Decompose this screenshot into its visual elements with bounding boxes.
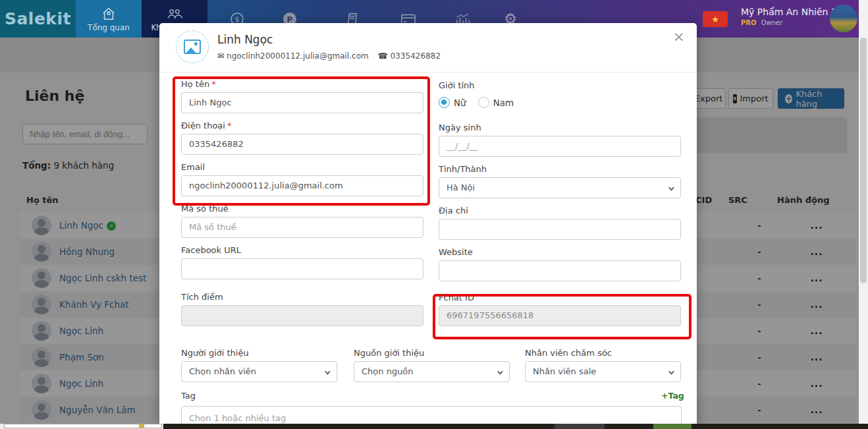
modal-contact-line: ✉ngoclinh20000112.julia@gmail.com ☎03354…: [217, 51, 441, 61]
facebook-url-field[interactable]: [181, 258, 423, 279]
account-name: Mỹ Phẩm An Nhiên 1: [741, 7, 837, 17]
account-menu[interactable]: Mỹ Phẩm An Nhiên 1 ▾ PRO Owner: [741, 7, 843, 26]
radio-selected-icon: [439, 97, 450, 108]
role-label: Owner: [761, 19, 783, 26]
add-tag-button[interactable]: +Tag: [661, 391, 684, 401]
field-label-birthday: Ngày sinh: [439, 123, 481, 132]
contact-phone: 0335426882: [391, 51, 441, 61]
taskbar-segment-green: [653, 424, 692, 429]
svg-text:P: P: [287, 14, 293, 24]
field-label-referral-source: Nguồn giới thiệu: [354, 348, 424, 358]
care-staff-select[interactable]: Nhân viên sale: [525, 361, 681, 382]
field-label-facebook: Facebook URL: [181, 245, 241, 255]
chevron-down-icon: [668, 370, 674, 376]
annotation-box-contact-fields: [173, 76, 430, 206]
modal-title: Linh Ngọc: [217, 33, 273, 46]
close-icon[interactable]: ×: [673, 30, 685, 44]
field-label-website: Website: [439, 247, 473, 257]
taskbar-segment: [555, 424, 605, 429]
field-label-province: Tỉnh/Thành: [439, 164, 487, 174]
points-field: [181, 305, 423, 326]
flag-star: ★: [711, 14, 719, 24]
field-label-tag: Tag: [181, 391, 196, 401]
nav-item-overview[interactable]: Tổng quan: [76, 0, 142, 38]
plus-icon: +: [661, 391, 668, 401]
birthday-field[interactable]: __/__/__: [439, 136, 681, 157]
envelope-icon: ✉: [217, 51, 224, 61]
svg-text:$: $: [235, 15, 240, 24]
field-label-gender: Giới tính: [439, 80, 475, 90]
province-select[interactable]: Hà Nội: [439, 177, 681, 198]
field-label-address: Địa chỉ: [439, 206, 468, 215]
address-field[interactable]: [439, 219, 681, 240]
vertical-scrollbar[interactable]: [859, 0, 868, 429]
scroll-marker: [139, 424, 144, 428]
annotation-box-fchat-id: [433, 294, 692, 339]
taskbar-strip: [163, 424, 868, 429]
phone-icon: ☎: [378, 51, 388, 61]
people-icon: [166, 6, 183, 22]
field-label-points: Tích điểm: [181, 292, 223, 302]
field-label-care-staff: Nhân viên chăm sóc: [525, 348, 612, 358]
gender-radio-group: Nữ Nam: [439, 97, 514, 108]
chevron-down-icon: [325, 370, 331, 376]
field-label-referrer: Người giới thiệu: [181, 348, 249, 358]
horizontal-scrollbar[interactable]: [4, 424, 162, 428]
contact-avatar-upload[interactable]: [176, 30, 209, 63]
image-placeholder-icon: [184, 40, 201, 54]
app-root: Salekit Tổng quan Khách hàng $ P: [0, 0, 868, 429]
radio-male[interactable]: Nam: [478, 97, 514, 108]
bottom-edge-strip: [0, 424, 868, 429]
nav-item-label: Tổng quan: [88, 23, 130, 32]
modal-header-divider: [159, 72, 697, 72]
tax-code-field[interactable]: Mã số thuế: [181, 217, 423, 238]
account-avatar[interactable]: [830, 5, 857, 32]
chevron-down-icon: [497, 370, 503, 376]
referral-source-select[interactable]: Chọn nguồn: [354, 361, 510, 382]
vietnam-flag-icon: ★: [703, 11, 728, 27]
home-icon: [100, 6, 117, 22]
contact-email: ngoclinh20000112.julia@gmail.com: [227, 51, 369, 61]
brand-logo[interactable]: Salekit: [0, 0, 76, 38]
website-field[interactable]: [439, 260, 681, 281]
scrollbar-thumb[interactable]: [860, 38, 867, 283]
radio-female[interactable]: Nữ: [439, 97, 466, 108]
brand-text: Salekit: [5, 9, 71, 28]
radio-unselected-icon: [478, 97, 489, 108]
chevron-down-icon: [668, 186, 674, 192]
plan-badge: PRO: [741, 19, 757, 26]
referrer-select[interactable]: Chọn nhân viên: [181, 361, 337, 382]
